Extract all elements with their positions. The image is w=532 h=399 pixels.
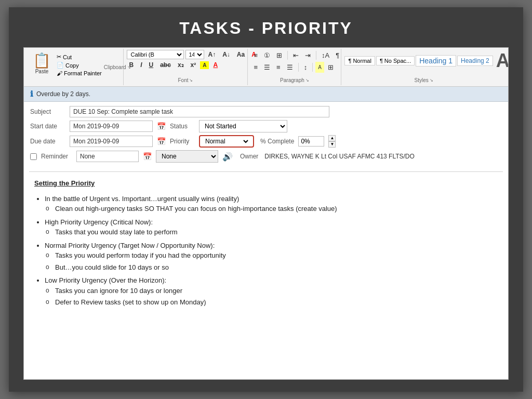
list-item: In the battle of Urgent vs. Important…ur…: [45, 194, 494, 214]
none-select[interactable]: None: [156, 150, 218, 163]
sub-list-item: Tasks that you would stay late to perfor…: [55, 227, 494, 237]
paragraph-label: Paragraph ↘: [280, 77, 309, 84]
style-heading1[interactable]: Heading 1: [416, 55, 456, 66]
reminder-input[interactable]: [76, 151, 139, 162]
highlight-button[interactable]: A: [200, 61, 209, 69]
scissors-icon: ✂: [57, 54, 61, 60]
font-group: Calibri (B 14 A↑ A↓ Aa A B I: [124, 49, 248, 85]
slide-container: TASKS - PRIORITY 📋 Paste ✂: [9, 7, 523, 392]
sub-list-item: Clean out high-urgency tasks SO THAT you…: [55, 204, 494, 214]
borders-button[interactable]: ⊞: [325, 62, 336, 73]
align-left-button[interactable]: ≡: [251, 62, 260, 73]
bullets-button[interactable]: ≡: [251, 50, 260, 61]
justify-button[interactable]: ☰: [284, 62, 296, 73]
paste-button[interactable]: 📋 Paste: [29, 52, 55, 76]
ribbon: 📋 Paste ✂ Cut 📄 Copy: [24, 48, 508, 87]
subscript-button[interactable]: x₂: [175, 60, 187, 70]
sub-list-item: Defer to Review tasks (set to show up on…: [55, 297, 494, 308]
para-expand-icon[interactable]: ↘: [305, 78, 309, 83]
font-color-button[interactable]: A: [210, 60, 220, 70]
reminder-checkbox[interactable]: [30, 153, 37, 160]
align-center-button[interactable]: ☰: [261, 62, 273, 73]
subject-row: Subject: [30, 106, 502, 117]
show-marks-button[interactable]: ¶: [333, 50, 342, 61]
subject-input[interactable]: [70, 106, 329, 117]
line-spacing-button[interactable]: ↕: [301, 62, 310, 73]
speaker-icon[interactable]: 🔊: [222, 152, 233, 162]
font-name-select[interactable]: Calibri (B: [127, 50, 184, 59]
styles-expand-icon[interactable]: ↘: [430, 78, 433, 83]
task-divider: [29, 171, 503, 172]
reminder-owner-row: Reminder 📅 None 🔊 Owner DIRKES, WAYNE K …: [30, 150, 502, 163]
paragraph-group: ≡ ① ⊞ ⇤ ⇥ ↕A ¶ ≡ ☰: [248, 49, 341, 85]
font-row1: Calibri (B 14 A↑ A↓ Aa A: [127, 50, 259, 59]
copy-button[interactable]: 📄 Copy: [55, 61, 104, 69]
word-window: 📋 Paste ✂ Cut 📄 Copy: [23, 47, 509, 380]
align-right-button[interactable]: ≡: [274, 62, 283, 73]
style-normal[interactable]: ¶ Normal: [344, 56, 375, 65]
percent-down-button[interactable]: ▼: [328, 141, 336, 148]
sub-list: Tasks you can ignore for 10 days or long…: [55, 286, 494, 308]
italic-button[interactable]: I: [138, 60, 144, 70]
font-label: Font ↘: [178, 77, 193, 84]
sub-list: Clean out high-urgency tasks SO THAT you…: [55, 204, 494, 214]
font-size-select[interactable]: 14: [185, 50, 204, 59]
format-painter-icon: 🖌: [57, 70, 62, 76]
due-priority-row: Due date 📅 Priority Normal High Low % Co…: [30, 135, 502, 148]
sort-button[interactable]: ↕A: [319, 50, 332, 61]
font-expand-icon[interactable]: ↘: [189, 78, 193, 83]
priority-select[interactable]: Normal High Low: [203, 137, 250, 145]
list-item: High Priority Urgency (Critical Now): Ta…: [45, 217, 494, 237]
strikethrough-button[interactable]: abc: [157, 60, 174, 70]
due-date-label: Due date: [30, 138, 65, 145]
divider4: [312, 63, 313, 72]
start-status-row: Start date 📅 Status Not Started In Progr…: [30, 120, 502, 132]
style-heading2[interactable]: Heading 2: [457, 56, 493, 66]
styles-row: ¶ Normal ¶ No Spac... Heading 1 Heading …: [344, 50, 509, 72]
due-date-input[interactable]: [70, 136, 153, 147]
info-bar: ℹ Overdue by 2 days.: [24, 87, 508, 102]
numbering-button[interactable]: ①: [261, 50, 273, 61]
percent-label: % Complete: [260, 138, 294, 145]
format-painter-button[interactable]: 🖌 Format Painter: [55, 70, 104, 77]
owner-label: Owner: [240, 153, 258, 160]
font-row2: B I U abc x₂ x² A A: [127, 60, 259, 70]
big-a-label[interactable]: Aa: [494, 50, 509, 72]
slide-title: TASKS - PRIORITY: [9, 7, 523, 47]
paste-section: 📋 Paste ✂ Cut 📄 Copy: [29, 50, 104, 78]
percent-input[interactable]: [298, 136, 324, 147]
para-row2: ≡ ☰ ≡ ☰ ↕ A ⊞: [251, 62, 342, 73]
styles-group: ¶ Normal ¶ No Spac... Heading 1 Heading …: [341, 49, 506, 85]
sub-list-item: Tasks you would perform today if you had…: [55, 250, 494, 261]
start-date-input[interactable]: [70, 121, 153, 132]
decrease-indent-button[interactable]: ⇤: [290, 50, 301, 61]
start-date-label: Start date: [30, 123, 65, 130]
para-buttons: ≡ ① ⊞ ⇤ ⇥ ↕A ¶ ≡ ☰: [251, 50, 342, 73]
start-calendar-icon[interactable]: 📅: [157, 122, 166, 130]
status-select[interactable]: Not Started In Progress Completed Waitin…: [199, 120, 287, 132]
paste-icon: 📋: [33, 54, 51, 68]
superscript-button[interactable]: x²: [188, 60, 199, 70]
underline-button[interactable]: U: [147, 60, 156, 70]
info-message: Overdue by 2 days.: [36, 90, 90, 98]
cut-button[interactable]: ✂ Cut: [55, 53, 104, 61]
subject-label: Subject: [30, 108, 65, 115]
shading-button[interactable]: A: [315, 62, 324, 73]
shrink-font-button[interactable]: A↓: [220, 50, 233, 59]
task-form: Subject Start date 📅 Status Not Started …: [24, 102, 508, 169]
sub-list-item: Tasks you can ignore for 10 days or long…: [55, 286, 494, 296]
percent-up-button[interactable]: ▲: [328, 135, 336, 141]
change-case-button[interactable]: Aa: [234, 50, 247, 59]
task-content: Setting the Priority In the battle of Ur…: [24, 174, 508, 315]
bold-button[interactable]: B: [127, 60, 137, 70]
multilevel-button[interactable]: ⊞: [274, 50, 285, 61]
font-group-inner: Calibri (B 14 A↑ A↓ Aa A B I: [127, 50, 259, 70]
priority-label: Priority: [170, 138, 195, 145]
increase-indent-button[interactable]: ⇥: [302, 50, 313, 61]
sub-list: Tasks you would perform today if you had…: [55, 250, 494, 272]
style-no-space[interactable]: ¶ No Spac...: [376, 56, 415, 65]
reminder-calendar-icon[interactable]: 📅: [143, 152, 152, 161]
due-calendar-icon[interactable]: 📅: [157, 137, 166, 145]
bullet-list: In the battle of Urgent vs. Important…ur…: [45, 194, 494, 308]
grow-font-button[interactable]: A↑: [206, 50, 219, 59]
